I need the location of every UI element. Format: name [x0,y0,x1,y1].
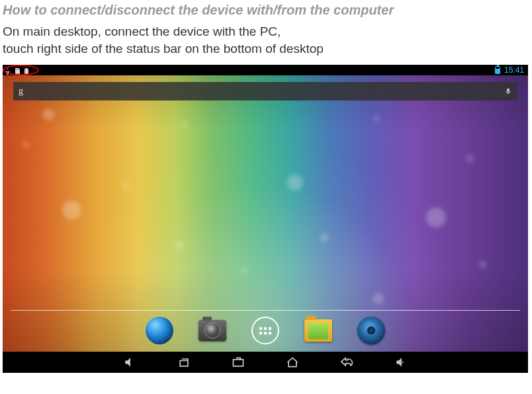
camera-icon [199,320,226,341]
home-wallpaper[interactable]: g [3,75,528,352]
screenshot-button[interactable] [230,356,246,369]
apps-drawer-icon [251,317,279,344]
home-button[interactable] [285,356,300,369]
browser-app[interactable] [145,316,174,345]
status-bar[interactable]: 15:41 [3,65,528,75]
dock [3,313,528,348]
music-app[interactable] [357,316,386,345]
dock-divider [11,310,520,311]
google-g-icon: g [19,86,23,97]
folder-icon [304,319,332,342]
google-search-widget[interactable]: g [13,82,517,100]
system-nav-bar [3,352,528,373]
mic-icon[interactable] [504,86,512,97]
music-icon [357,317,385,344]
doc-body-line2: touch right side of the status bar on th… [3,42,324,56]
sd-card-icon [13,66,21,74]
back-button[interactable] [339,356,355,369]
apps-drawer[interactable] [251,316,280,345]
volume-up-button[interactable] [393,356,409,369]
battery-icon [495,66,500,74]
usb-icon [4,66,12,74]
status-clock: 15:41 [504,65,524,75]
file-manager-app[interactable] [304,316,333,345]
volume-down-button[interactable] [122,356,138,369]
doc-body: On main desktop, connect the device with… [0,23,532,63]
doc-heading: How to connect/disconnect the device wit… [0,0,532,23]
camera-app[interactable] [198,316,227,345]
globe-icon [146,317,173,344]
recent-apps-button[interactable] [176,356,192,369]
doc-body-line1: On main desktop, connect the device with… [3,24,281,38]
android-screenshot: 15:41 g [3,65,528,373]
debug-icon [22,66,30,74]
